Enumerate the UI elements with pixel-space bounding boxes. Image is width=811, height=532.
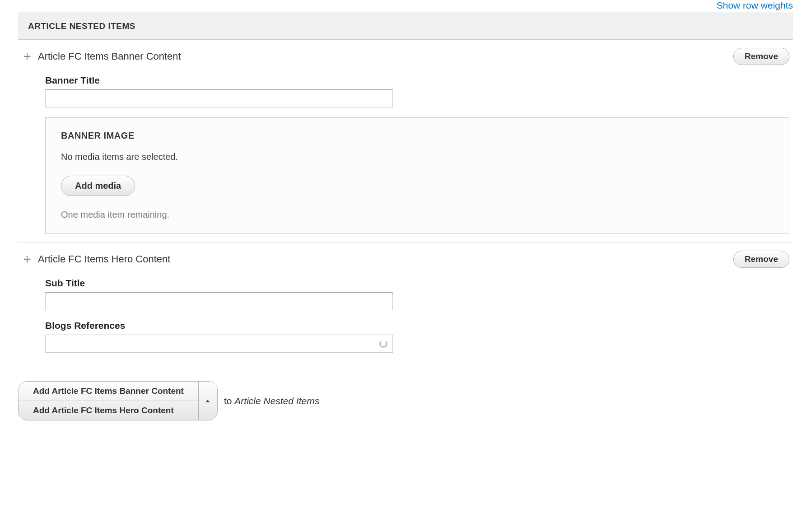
nested-item-hero: Article FC Items Hero Content Remove Sub… xyxy=(18,243,793,371)
add-hero-content-button[interactable]: Add Article FC Items Hero Content xyxy=(19,401,198,420)
blogs-references-input[interactable] xyxy=(45,335,393,353)
autocomplete-throbber-icon xyxy=(379,340,387,348)
remove-button[interactable]: Remove xyxy=(733,48,789,65)
sub-title-label: Sub Title xyxy=(45,278,789,289)
banner-title-input[interactable] xyxy=(45,89,393,107)
blogs-references-label: Blogs References xyxy=(45,320,789,331)
show-row-weights-link[interactable]: Show row weights xyxy=(717,0,793,10)
media-remaining-text: One media item remaining. xyxy=(61,210,774,220)
item-title: Article FC Items Banner Content xyxy=(38,51,733,62)
add-banner-content-button[interactable]: Add Article FC Items Banner Content xyxy=(19,382,198,401)
banner-image-fieldset: BANNER IMAGE No media items are selected… xyxy=(45,117,789,234)
nested-item-banner: Article FC Items Banner Content Remove B… xyxy=(18,40,793,243)
add-to-text: to Article Nested Items xyxy=(224,396,319,406)
svg-rect-3 xyxy=(24,259,30,260)
banner-image-legend: BANNER IMAGE xyxy=(61,131,774,141)
drag-handle-icon[interactable] xyxy=(22,254,33,265)
drag-handle-icon[interactable] xyxy=(22,51,33,62)
add-section: Add Article FC Items Banner Content Add … xyxy=(18,371,793,429)
sub-title-input[interactable] xyxy=(45,292,393,310)
svg-rect-1 xyxy=(24,56,30,57)
no-media-text: No media items are selected. xyxy=(61,152,774,162)
chevron-up-icon xyxy=(205,398,210,404)
banner-title-label: Banner Title xyxy=(45,75,789,86)
add-dropdown-toggle[interactable] xyxy=(198,382,217,420)
remove-button[interactable]: Remove xyxy=(733,251,789,268)
item-title: Article FC Items Hero Content xyxy=(38,253,733,265)
add-media-button[interactable]: Add media xyxy=(61,176,135,196)
section-header: ARTICLE NESTED ITEMS xyxy=(18,13,793,40)
